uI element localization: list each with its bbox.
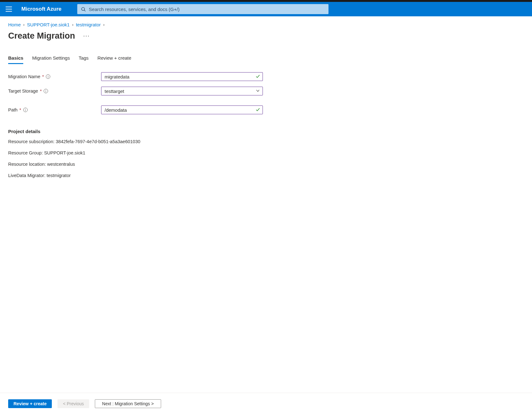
tab-review-create[interactable]: Review + create: [97, 55, 131, 64]
path-field[interactable]: [101, 105, 263, 114]
detail-migrator: LiveData Migrator: testmigrator: [8, 173, 524, 178]
row-path: Path * i: [8, 105, 524, 114]
path-input[interactable]: [105, 107, 256, 113]
required-asterisk: *: [19, 107, 21, 112]
chevron-right-icon: ›: [23, 23, 24, 27]
check-icon: [256, 107, 260, 113]
chevron-right-icon: ›: [103, 23, 105, 27]
wizard-footer: Review + create < Previous Next : Migrat…: [0, 393, 532, 415]
row-migration-name: Migration Name * i: [8, 72, 524, 81]
migration-name-field[interactable]: [101, 72, 263, 81]
page-body: Home › SUPPORT-joe.siok1 › testmigrator …: [0, 16, 532, 415]
svg-line-1: [84, 10, 85, 11]
svg-point-0: [82, 7, 85, 10]
previous-button: < Previous: [57, 399, 89, 408]
breadcrumb: Home › SUPPORT-joe.siok1 › testmigrator …: [8, 22, 524, 27]
label-path: Path * i: [8, 107, 101, 112]
search-input[interactable]: [86, 7, 325, 12]
label-migration-name: Migration Name * i: [8, 74, 101, 79]
detail-subscription: Resource subscription: 3842fefa-7697-4e7…: [8, 139, 524, 144]
hamburger-menu-icon[interactable]: [6, 7, 12, 12]
title-bar: Create Migration ···: [8, 31, 524, 41]
target-storage-value[interactable]: [105, 89, 256, 94]
page-title: Create Migration: [8, 31, 75, 41]
tab-basics[interactable]: Basics: [8, 55, 23, 64]
check-icon: [256, 74, 260, 79]
required-asterisk: *: [40, 89, 42, 94]
project-details-heading: Project details: [8, 129, 524, 134]
label-text: Path: [8, 107, 18, 112]
more-actions-button[interactable]: ···: [81, 31, 92, 40]
azure-header: Microsoft Azure: [0, 2, 532, 16]
breadcrumb-migrator[interactable]: testmigrator: [76, 22, 101, 27]
label-text: Migration Name: [8, 74, 40, 79]
required-asterisk: *: [42, 74, 44, 79]
info-icon[interactable]: i: [44, 89, 48, 93]
next-button[interactable]: Next : Migration Settings >: [95, 399, 161, 408]
row-target-storage: Target Storage * i: [8, 87, 524, 95]
breadcrumb-support[interactable]: SUPPORT-joe.siok1: [27, 22, 70, 27]
global-search[interactable]: [77, 4, 328, 14]
tab-migration-settings[interactable]: Migration Settings: [32, 55, 70, 64]
detail-resource-group: Resource Group: SUPPORT-joe.siok1: [8, 150, 524, 155]
tabs: Basics Migration Settings Tags Review + …: [8, 55, 524, 64]
detail-location: Resource location: westcentralus: [8, 162, 524, 167]
tab-tags[interactable]: Tags: [79, 55, 89, 64]
breadcrumb-home[interactable]: Home: [8, 22, 21, 27]
label-target-storage: Target Storage * i: [8, 89, 101, 94]
azure-brand[interactable]: Microsoft Azure: [21, 6, 62, 12]
label-text: Target Storage: [8, 89, 38, 94]
chevron-right-icon: ›: [72, 23, 73, 27]
info-icon[interactable]: i: [23, 108, 28, 112]
review-create-button[interactable]: Review + create: [8, 399, 52, 408]
info-icon[interactable]: i: [46, 74, 50, 79]
target-storage-dropdown[interactable]: [101, 87, 263, 95]
chevron-down-icon: [256, 89, 260, 94]
migration-name-input[interactable]: [105, 74, 256, 79]
search-icon: [81, 7, 86, 12]
